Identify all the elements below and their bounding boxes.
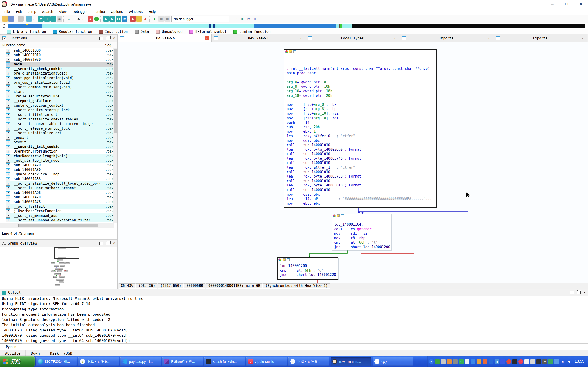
panel-close-button[interactable]: × bbox=[113, 242, 115, 245]
tab-exports[interactable]: Exports× bbox=[493, 34, 587, 42]
tray-browser-icon[interactable] bbox=[506, 359, 511, 364]
function-row[interactable]: fpre_c_initialization(void).text bbox=[6, 71, 114, 76]
function-row[interactable]: fsub_140001A78.text bbox=[6, 200, 114, 204]
dropdown-arrow-icon[interactable]: ▾ bbox=[82, 18, 83, 20]
function-row[interactable]: fsub_140001A68.text bbox=[6, 190, 114, 195]
hex-dump-icon[interactable]: ·· bbox=[50, 16, 56, 22]
lumina-push-icon[interactable] bbox=[26, 16, 32, 22]
close-icon[interactable]: × bbox=[299, 36, 303, 40]
function-row[interactable]: f__scrt_initialize_onexit_tables.text bbox=[6, 117, 114, 122]
tray-penguin-icon[interactable] bbox=[512, 359, 517, 364]
menu-windows[interactable]: Windows bbox=[126, 10, 146, 14]
names-window-icon[interactable]: A bbox=[76, 16, 82, 22]
panel-restore-button[interactable] bbox=[106, 242, 110, 245]
menu-help[interactable]: Help bbox=[146, 10, 159, 14]
step-into-icon[interactable]: → bbox=[233, 16, 239, 22]
function-row[interactable]: f__scrt_is_nonwritable_in_current_image.… bbox=[6, 122, 114, 126]
functions-vertical-scrollbar[interactable] bbox=[113, 48, 117, 223]
node-edit-icon[interactable] bbox=[283, 258, 285, 261]
tray-expand-button[interactable]: « bbox=[429, 359, 434, 364]
tray-upload-icon[interactable]: ↑ bbox=[471, 359, 476, 364]
tray-stats-icon[interactable]: ▮ bbox=[494, 359, 499, 364]
menu-edit[interactable]: Edit bbox=[13, 10, 25, 14]
debugger-select[interactable]: No debugger▾ bbox=[171, 16, 229, 22]
graph-minimap[interactable] bbox=[0, 247, 117, 289]
tab-local-types[interactable]: Local Types× bbox=[305, 34, 399, 42]
function-row[interactable]: fUserMathErrorFunction.text bbox=[6, 149, 114, 154]
tray-folder-icon[interactable] bbox=[554, 359, 559, 364]
tray-switch-icon[interactable] bbox=[453, 359, 458, 364]
tab-hex-view-1[interactable]: Hex View-1× bbox=[212, 34, 305, 42]
close-icon[interactable]: × bbox=[205, 36, 209, 40]
dropdown-arrow-icon[interactable]: ▾ bbox=[128, 18, 129, 20]
function-row[interactable]: fpre_cpp_initialization(void).text bbox=[6, 80, 114, 85]
function-row[interactable]: fstart.text bbox=[6, 90, 114, 94]
function-row[interactable]: fsub_140001A20.text bbox=[6, 163, 114, 167]
panel-restore-button[interactable] bbox=[577, 291, 581, 294]
node-frame-icon[interactable] bbox=[341, 215, 344, 217]
edit-icon[interactable] bbox=[136, 16, 142, 22]
function-row[interactable]: f__scrt_release_startup_lock.text bbox=[6, 126, 114, 131]
function-row[interactable]: fsub_140001A30.text bbox=[6, 167, 114, 172]
taskbar-app[interactable]: IDA - mainn.... bbox=[330, 357, 372, 366]
dropdown-arrow-icon[interactable]: ▾ bbox=[24, 18, 26, 20]
tray-antivirus-icon[interactable]: ✓ bbox=[459, 359, 464, 364]
column-segment[interactable]: Seg bbox=[105, 43, 111, 47]
panel-restore-button[interactable] bbox=[106, 37, 110, 40]
function-row[interactable]: f__scrt_initialize_default_local_stdio_o… bbox=[6, 181, 114, 186]
tab-ida-view-a[interactable]: IDA View-A× bbox=[118, 34, 212, 42]
tray-defender-icon[interactable] bbox=[501, 359, 505, 364]
menu-search[interactable]: Search bbox=[39, 10, 56, 14]
save-icon[interactable] bbox=[8, 16, 14, 22]
function-row[interactable]: fsub_140001010.text bbox=[6, 53, 114, 57]
tray-shield-icon[interactable] bbox=[483, 359, 487, 364]
list-icon[interactable]: ≡ bbox=[240, 16, 245, 22]
minimize-button[interactable]: – bbox=[545, 0, 560, 8]
graph-node-loc-140001200[interactable]: loc_140001200:cmp al, 6Fh ; 'o'jnz short… bbox=[277, 257, 338, 280]
tray-battery-icon[interactable] bbox=[530, 359, 535, 364]
panel-float-button[interactable] bbox=[99, 37, 103, 40]
lumina-pull-icon[interactable] bbox=[18, 16, 24, 22]
node-color-icon[interactable] bbox=[278, 258, 281, 261]
segments-icon[interactable]: ▤ bbox=[246, 16, 251, 22]
functions-column-header[interactable]: Function name Seg bbox=[0, 42, 117, 48]
node-color-icon[interactable] bbox=[333, 215, 336, 217]
flags-view-icon[interactable]: # bbox=[38, 16, 44, 22]
python-input[interactable] bbox=[22, 343, 588, 350]
resume-icon[interactable] bbox=[94, 17, 99, 21]
function-row[interactable]: f__security_init_cookie.text bbox=[6, 144, 114, 149]
function-row[interactable]: f__scrt_set_unhandled_exception_filter.t… bbox=[6, 218, 114, 223]
function-row[interactable]: f_guard_check_icall_nop.text bbox=[6, 172, 114, 177]
unions-icon[interactable]: U bbox=[109, 16, 115, 22]
function-row[interactable]: f__scrt_is_managed_app.text bbox=[6, 213, 114, 218]
function-row[interactable]: f_get_startup_file_mode.text bbox=[6, 158, 114, 163]
menu-debugger[interactable]: Debugger bbox=[69, 10, 91, 14]
navigation-track[interactable] bbox=[8, 24, 585, 28]
taskbar-app[interactable]: Python搜索算... bbox=[162, 357, 203, 366]
classes-icon[interactable]: {} bbox=[115, 16, 121, 22]
menu-lumina[interactable]: Lumina bbox=[90, 10, 108, 14]
panel-float-button[interactable] bbox=[570, 291, 574, 294]
columns-icon[interactable]: ▥ bbox=[252, 16, 258, 22]
menu-view[interactable]: View bbox=[56, 10, 69, 14]
function-row[interactable]: f__scrt_is_user_matherr_present.text bbox=[6, 186, 114, 190]
panel-close-button[interactable]: × bbox=[583, 291, 586, 294]
column-function-name[interactable]: Function name bbox=[2, 43, 25, 47]
function-row[interactable]: f__scrt_uninitialize_crt.text bbox=[6, 131, 114, 135]
graph-node-loc-1400011C4[interactable]: loc_1400011C4:call cs:getcharmov rdx, rs… bbox=[332, 214, 391, 250]
scrollbar-thumb[interactable] bbox=[114, 49, 117, 133]
function-row[interactable]: f__scrt_fastfail.text bbox=[6, 204, 114, 209]
function-row[interactable]: fsub_140001A38.text bbox=[6, 177, 114, 181]
close-icon[interactable]: × bbox=[581, 36, 585, 40]
function-row[interactable]: fcapture_previous_context.text bbox=[6, 103, 114, 108]
python-prompt[interactable]: Python bbox=[0, 343, 22, 350]
menu-options[interactable]: Options bbox=[108, 10, 126, 14]
breakpoint-icon[interactable]: ▲ bbox=[87, 16, 93, 22]
taskbar-app[interactable]: payload.py - f... bbox=[120, 357, 161, 366]
function-row[interactable]: f_onexit.text bbox=[6, 135, 114, 140]
taskbar-app[interactable]: ♪Apple Music bbox=[246, 357, 287, 366]
taskbar-app[interactable]: ↓下载 - 文件资... bbox=[288, 357, 329, 366]
taskbar-app[interactable]: Clash for Win... bbox=[204, 357, 245, 366]
scrollbar-thumb[interactable] bbox=[18, 224, 98, 227]
nav-scroll-arrows[interactable]: ◀ ▶ bbox=[0, 23, 8, 28]
